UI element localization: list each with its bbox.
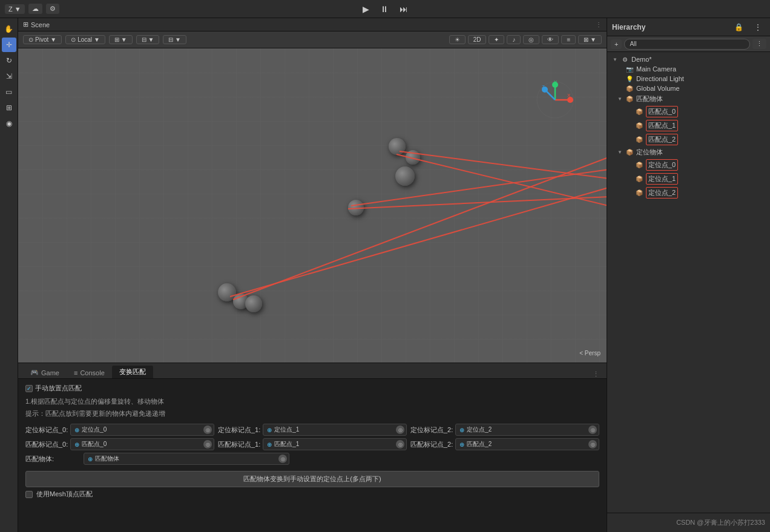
locate-parent-arrow: ▼ bbox=[617, 149, 623, 155]
locator-2-field[interactable]: ⊕ 定位点_2 ◎ bbox=[455, 424, 599, 436]
audio-btn[interactable]: ♪ bbox=[507, 35, 521, 44]
locator-1-pick[interactable]: ◎ bbox=[396, 425, 404, 434]
tree-item-match-1[interactable]: 📦 匹配点_1 bbox=[607, 119, 770, 133]
locator-row: 定位标记点_0: ⊕ 定位点_0 ◎ 定位标记点_1: ⊕ 定位点_1 ◎ bbox=[25, 424, 599, 436]
gizmo[interactable]: X Y Z bbox=[534, 79, 576, 121]
2d-btn[interactable]: 2D bbox=[468, 35, 487, 44]
hierarchy-more2-btn[interactable]: ⋮ bbox=[752, 39, 766, 49]
tab-console[interactable]: ≡ Console bbox=[67, 367, 112, 378]
match-0-pick[interactable]: ◎ bbox=[203, 440, 212, 448]
match-desc2: 提示：匹配点放到需要更新的物体内避免递递增 bbox=[25, 409, 599, 419]
scene-tab[interactable]: ⊞ Scene bbox=[23, 21, 50, 28]
match-2-pick[interactable]: ◎ bbox=[588, 440, 597, 448]
match-0-value: 匹配点_0 bbox=[82, 440, 107, 448]
match-checkbox[interactable]: ✓ bbox=[25, 385, 33, 392]
use-mesh-row: 使用Mesh顶点匹配 bbox=[25, 490, 599, 499]
locate-1-tree-icon: 📦 bbox=[635, 176, 643, 182]
tree-root-demo[interactable]: ▼ ⚙ Demo* bbox=[607, 54, 770, 64]
tab-game[interactable]: 🎮 Game bbox=[23, 367, 67, 378]
transform-tool[interactable]: ⊞ bbox=[2, 100, 16, 115]
custom-tool[interactable]: ◉ bbox=[2, 116, 16, 131]
tree-item-match-0[interactable]: 📦 匹配点_0 bbox=[607, 105, 770, 119]
settings-btn[interactable]: ⚙ bbox=[46, 4, 59, 14]
tree-item-main-camera[interactable]: 📷 Main Camera bbox=[607, 64, 770, 74]
overlay-btn[interactable]: ≡ bbox=[561, 35, 576, 44]
scale-tool[interactable]: ⇲ bbox=[2, 69, 16, 84]
match-panel-content: ✓ 手动放置点匹配 1.根据匹配点与定位点的偏移量旋转、移动物体 提示：匹配点放… bbox=[18, 379, 607, 532]
hand-tool[interactable]: ✋ bbox=[2, 22, 16, 36]
tree-item-locate-1[interactable]: 📦 定位点_1 bbox=[607, 172, 770, 186]
match-1-field[interactable]: ⊕ 匹配点_1 ◎ bbox=[263, 438, 407, 450]
match-2-label: 匹配标记点_2: bbox=[410, 440, 453, 449]
locator-1-value: 定位点_1 bbox=[274, 425, 299, 434]
match-1-pick[interactable]: ◎ bbox=[396, 440, 404, 448]
menu-z-btn[interactable]: Z ▼ bbox=[5, 4, 25, 14]
dir-light-label: Directional Light bbox=[636, 75, 684, 82]
tab-match-label: 变换匹配 bbox=[119, 367, 146, 376]
tree-item-match-parent[interactable]: ▼ 📦 匹配物体 bbox=[607, 93, 770, 105]
pivot-btn[interactable]: ⊙ Pivot ▼ bbox=[23, 35, 62, 44]
target-object-pick[interactable]: ◎ bbox=[278, 455, 287, 463]
hierarchy-more-btn[interactable]: ⋮ bbox=[751, 22, 765, 33]
match-2-tree-label: 匹配点_2 bbox=[646, 134, 678, 145]
target-object-field[interactable]: ⊕ 匹配物体 ◎ bbox=[84, 453, 289, 465]
main-camera-label: Main Camera bbox=[636, 65, 676, 73]
hierarchy-add-btn[interactable]: + bbox=[611, 39, 622, 49]
local-btn[interactable]: ⊙ Local ▼ bbox=[65, 35, 105, 44]
match-desc1: 1.根据匹配点与定位点的偏移量旋转、移动物体 bbox=[25, 396, 599, 407]
svg-text:Z: Z bbox=[542, 84, 545, 90]
locator-1-field[interactable]: ⊕ 定位点_1 ◎ bbox=[263, 424, 407, 436]
cloud-btn[interactable]: ☁ bbox=[28, 4, 42, 14]
demo-arrow: ▼ bbox=[612, 57, 618, 62]
scene-viewport[interactable]: X Y Z bbox=[18, 48, 607, 363]
local-icon: ⊙ bbox=[71, 36, 76, 43]
match-row: 匹配标记点_0: ⊕ 匹配点_0 ◎ 匹配标记点_1: ⊕ 匹配点_1 ◎ bbox=[25, 438, 599, 450]
aspect-btn[interactable]: ⊠ ▼ bbox=[578, 35, 602, 44]
use-mesh-checkbox[interactable] bbox=[25, 491, 33, 498]
top-bar-left: Z ▼ ☁ ⚙ bbox=[5, 4, 354, 14]
match-execute-btn[interactable]: 匹配物体变换到手动设置的定位点上(多点两下) bbox=[25, 471, 599, 487]
match-0-field[interactable]: ⊕ 匹配点_0 ◎ bbox=[70, 438, 214, 450]
bottom-tabs-more[interactable]: ⋮ bbox=[590, 370, 602, 378]
locator-0-pick[interactable]: ◎ bbox=[203, 425, 212, 434]
locator-0-value: 定位点_0 bbox=[82, 425, 107, 434]
locator-0-field[interactable]: ⊕ 定位点_0 ◎ bbox=[70, 424, 214, 436]
pause-button[interactable]: ⏸ bbox=[377, 3, 392, 15]
match-2-field[interactable]: ⊕ 匹配点_2 ◎ bbox=[455, 438, 599, 450]
match-0-icon: ⊕ bbox=[74, 441, 79, 448]
scene-more[interactable]: ⋮ bbox=[596, 21, 602, 28]
target-object-row: 匹配物体: ⊕ 匹配物体 ◎ bbox=[25, 453, 599, 465]
gizmo-btn[interactable]: ⊟ ▼ bbox=[163, 35, 186, 44]
render-btn[interactable]: ◎ bbox=[523, 35, 539, 44]
play-button[interactable]: ▶ bbox=[359, 3, 373, 15]
sphere-2 bbox=[406, 150, 420, 165]
tree-item-match-2[interactable]: 📦 匹配点_2 bbox=[607, 133, 770, 146]
rect-tool[interactable]: ▭ bbox=[2, 85, 16, 99]
fx-btn[interactable]: ✦ bbox=[489, 35, 504, 44]
step-button[interactable]: ⏭ bbox=[396, 3, 412, 15]
sphere-4 bbox=[348, 200, 364, 215]
hierarchy-lock-btn[interactable]: 🔒 bbox=[731, 22, 747, 33]
scene-view-btn[interactable]: ☀ bbox=[449, 35, 466, 44]
tab-match[interactable]: 变换匹配 bbox=[112, 366, 153, 378]
match-title-row: ✓ 手动放置点匹配 bbox=[25, 384, 599, 393]
tree-item-locate-2[interactable]: 📦 定位点_2 bbox=[607, 186, 770, 200]
tab-console-label: Console bbox=[80, 369, 104, 376]
move-tool[interactable]: ✛ bbox=[2, 38, 16, 52]
grid-btn[interactable]: ⊞ ▼ bbox=[109, 35, 133, 44]
svg-line-5 bbox=[546, 91, 555, 100]
svg-text:Y: Y bbox=[554, 79, 558, 85]
tree-item-global-volume[interactable]: 📦 Global Volume bbox=[607, 84, 770, 93]
search-placeholder: All bbox=[630, 41, 636, 47]
tree-item-locate-parent[interactable]: ▼ 📦 定位物体 bbox=[607, 146, 770, 158]
tree-item-dir-light[interactable]: 💡 Directional Light bbox=[607, 74, 770, 84]
match-parent-label: 匹配物体 bbox=[636, 94, 663, 103]
tree-item-locate-0[interactable]: 📦 定位点_0 bbox=[607, 158, 770, 172]
main-layout: ✋ ✛ ↻ ⇲ ▭ ⊞ ◉ ⊞ Scene ⋮ ⊙ Pivot ▼ bbox=[0, 18, 770, 532]
hierarchy-search[interactable]: All bbox=[624, 39, 750, 50]
rotate-tool[interactable]: ↻ bbox=[2, 53, 16, 68]
hidden-btn[interactable]: 👁 bbox=[542, 35, 559, 44]
light-icon: 💡 bbox=[625, 76, 634, 82]
locator-2-pick[interactable]: ◎ bbox=[588, 425, 597, 434]
snap-btn[interactable]: ⊟ ▼ bbox=[136, 35, 160, 44]
